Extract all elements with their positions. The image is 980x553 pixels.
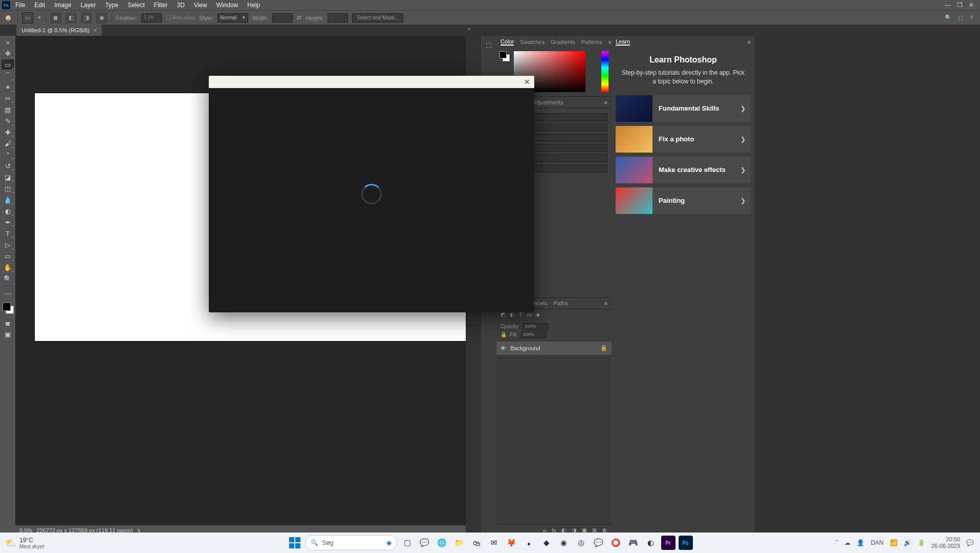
gradient-tool[interactable]: ◫ (2, 183, 14, 194)
selection-new-icon[interactable]: ◼ (50, 12, 61, 24)
window-restore-icon[interactable]: ❐ (957, 2, 963, 9)
edit-toolbar-icon[interactable]: ⋯ (2, 288, 14, 299)
steam-icon[interactable]: ◐ (644, 536, 658, 550)
opera-icon[interactable]: ⭕ (609, 536, 623, 550)
menu-image[interactable]: Image (50, 1, 75, 10)
window-minimize-icon[interactable]: — (945, 2, 951, 9)
menu-3d[interactable]: 3D (172, 1, 188, 10)
search-icon[interactable]: 🔍 (945, 14, 952, 21)
volume-icon[interactable]: 🔊 (904, 539, 911, 546)
window-close-icon[interactable]: ✕ (969, 2, 974, 9)
panel-menu-icon[interactable]: ≡ (604, 300, 607, 306)
frame-tool[interactable]: ▧ (2, 104, 14, 115)
menu-file[interactable]: File (11, 1, 29, 10)
store-icon[interactable]: 🛍 (470, 536, 484, 550)
start-button[interactable] (288, 536, 302, 550)
premiere-icon[interactable]: Pr (661, 536, 676, 550)
menu-view[interactable]: View (190, 1, 211, 10)
tab-paths[interactable]: Paths (554, 300, 568, 306)
move-tool[interactable]: ✥ (2, 48, 14, 58)
width-input[interactable] (272, 13, 293, 23)
close-tab-icon[interactable]: × (94, 27, 97, 33)
filter-smart-icon[interactable]: ◈ (536, 311, 540, 318)
clock[interactable]: 20:50 26-06-2023 (931, 536, 960, 549)
healing-tool[interactable]: ✚ (2, 127, 14, 137)
tray-chevron-icon[interactable]: ˄ (835, 539, 838, 546)
chrome-icon[interactable]: ◉ (557, 536, 571, 550)
notifications-icon[interactable]: 💬 (966, 539, 974, 546)
feather-input[interactable]: 1 px (141, 13, 162, 23)
lesson-effects[interactable]: Make creative effects ❯ (616, 157, 751, 183)
pen-tool[interactable]: ✒ (2, 217, 14, 227)
menu-type[interactable]: Type (101, 1, 122, 10)
lock-icon[interactable]: 🔒 (600, 345, 607, 351)
home-icon[interactable]: 🏠 (3, 13, 13, 23)
wifi-icon[interactable]: 📶 (890, 539, 898, 546)
antialias-checkbox[interactable]: ☐ Anti-alias (166, 14, 195, 21)
battlenet-icon[interactable]: ◆ (539, 536, 554, 550)
path-select-tool[interactable]: ▷ (2, 240, 14, 250)
opacity-input[interactable]: 100% (522, 323, 548, 330)
marquee-tool[interactable]: ▭ (2, 59, 14, 70)
tab-learn[interactable]: Learn (616, 38, 630, 46)
select-and-mask-button[interactable]: Select and Mask... (352, 13, 403, 23)
dodge-tool[interactable]: ◐ (2, 206, 14, 216)
crop-tool[interactable]: ✂ (2, 93, 14, 103)
height-input[interactable] (328, 13, 348, 23)
brush-tool[interactable]: 🖌 (2, 138, 14, 148)
type-tool[interactable]: T (2, 228, 14, 239)
marquee-mode-icon[interactable]: ▭ (22, 12, 33, 24)
photoshop-icon[interactable]: Ps (679, 536, 693, 550)
quickmask-icon[interactable]: ◙ (2, 318, 14, 328)
eraser-tool[interactable]: ◪ (2, 172, 14, 182)
stamp-tool[interactable]: ⌃ (2, 150, 14, 160)
menu-layer[interactable]: Layer (76, 1, 100, 10)
menu-help[interactable]: Help (243, 1, 264, 10)
color-swatches[interactable] (2, 302, 14, 317)
edge-icon[interactable]: 🌐 (435, 536, 449, 550)
explorer-icon[interactable]: 📁 (452, 536, 467, 550)
share-icon[interactable]: ⇧ (969, 14, 974, 21)
xbox-icon[interactable]: 🎮 (626, 536, 641, 550)
battery-icon[interactable]: 🔋 (918, 539, 925, 546)
zoom-tool[interactable]: 🔍 (2, 273, 14, 284)
shape-tool[interactable]: ▭ (2, 251, 14, 261)
workspace-icon[interactable]: ▢ (958, 14, 963, 21)
fill-input[interactable]: 100% (521, 331, 547, 338)
history-brush-tool[interactable]: ↺ (2, 161, 14, 171)
selection-subtract-icon[interactable]: ◨ (81, 12, 92, 24)
quick-select-tool[interactable]: ✴ (2, 82, 14, 92)
eyedropper-tool[interactable]: ✎ (2, 116, 14, 126)
swap-wh-icon[interactable]: ⇄ (297, 14, 301, 21)
tab-gradients[interactable]: Gradients (551, 39, 575, 45)
panel-menu-icon[interactable]: ≡ (748, 39, 751, 45)
discord-icon[interactable]: 💬 (592, 536, 606, 550)
mail-icon[interactable]: ✉ (487, 536, 502, 550)
lasso-tool[interactable]: ⌒ (2, 71, 14, 81)
menu-select[interactable]: Select (123, 1, 148, 10)
collapse-toolbar-icon[interactable]: » (2, 37, 14, 47)
tab-color[interactable]: Color (500, 38, 514, 46)
visibility-icon[interactable]: 👁 (500, 345, 506, 351)
lesson-painting[interactable]: Painting ❯ (616, 187, 751, 214)
copilot-icon[interactable]: ◎ (574, 536, 589, 550)
libraries-icon[interactable]: ⬚ (483, 39, 494, 50)
menu-window[interactable]: Window (212, 1, 243, 10)
collapse-panels-icon[interactable]: « (468, 26, 471, 32)
layer-row[interactable]: 👁 Background 🔒 (496, 342, 612, 355)
menu-filter[interactable]: Filter (150, 1, 172, 10)
language-indicator[interactable]: DAN (870, 539, 883, 546)
selection-intersect-icon[interactable]: ▣ (96, 12, 107, 24)
taskview-icon[interactable]: ▢ (400, 536, 415, 550)
close-dialog-icon[interactable]: ✕ (524, 78, 530, 86)
tab-adjustments[interactable]: Adjustments (532, 99, 563, 105)
document-tab[interactable]: Untitled-1 @ 0.5% (RGB/8) × (16, 25, 102, 36)
taskbar-search[interactable]: 🔍 Søg ◉ (305, 535, 397, 550)
hue-slider[interactable] (601, 51, 608, 92)
dropbox-icon[interactable]: ⬧ (522, 536, 536, 550)
firefox-icon[interactable]: 🦊 (505, 536, 519, 550)
menu-edit[interactable]: Edit (30, 1, 49, 10)
selection-add-icon[interactable]: ◧ (66, 12, 77, 24)
blur-tool[interactable]: 💧 (2, 195, 14, 205)
panel-menu-icon[interactable]: ≡ (604, 99, 607, 105)
